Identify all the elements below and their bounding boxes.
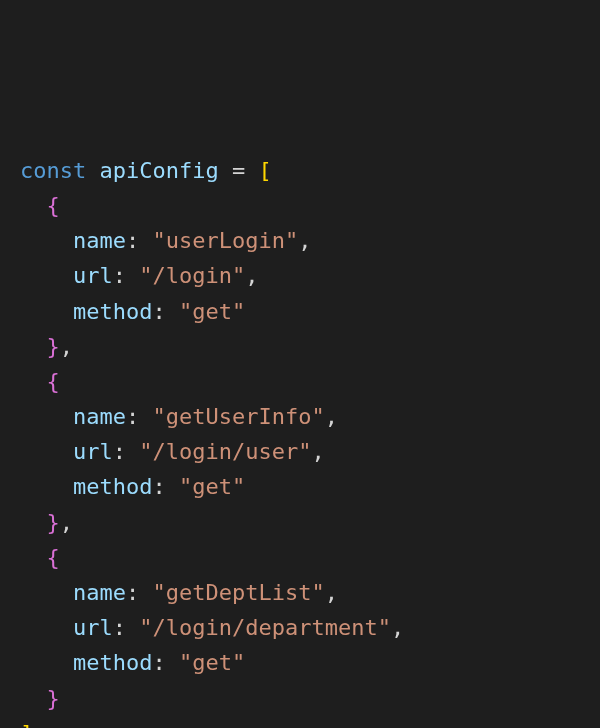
- string-value: "get": [179, 650, 245, 675]
- brace-open: {: [47, 193, 60, 218]
- colon: :: [126, 228, 139, 253]
- string-value: "/login/department": [139, 615, 391, 640]
- prop-url-key: url: [73, 263, 113, 288]
- comma: ,: [325, 580, 338, 605]
- brace-close: }: [47, 510, 60, 535]
- string-value: "get": [179, 474, 245, 499]
- comma: ,: [391, 615, 404, 640]
- prop-method-key: method: [73, 474, 152, 499]
- string-value: "getDeptList": [152, 580, 324, 605]
- bracket-square-open: [: [258, 158, 271, 183]
- colon: :: [152, 650, 165, 675]
- comma: ,: [298, 228, 311, 253]
- brace-open: {: [47, 369, 60, 394]
- string-value: "get": [179, 299, 245, 324]
- colon: :: [113, 615, 126, 640]
- operator-assign: =: [232, 158, 245, 183]
- comma: ,: [60, 510, 73, 535]
- string-value: "/login": [139, 263, 245, 288]
- string-value: "getUserInfo": [152, 404, 324, 429]
- colon: :: [113, 439, 126, 464]
- code-block: const apiConfig = [ { name: "userLogin",…: [20, 153, 580, 728]
- comma: ,: [245, 263, 258, 288]
- colon: :: [152, 474, 165, 499]
- colon: :: [152, 299, 165, 324]
- prop-method-key: method: [73, 299, 152, 324]
- keyword-const: const: [20, 158, 86, 183]
- prop-name-key: name: [73, 580, 126, 605]
- prop-name-key: name: [73, 228, 126, 253]
- prop-url-key: url: [73, 439, 113, 464]
- semicolon: ;: [33, 721, 46, 728]
- variable-name: apiConfig: [99, 158, 218, 183]
- prop-name-key: name: [73, 404, 126, 429]
- colon: :: [126, 404, 139, 429]
- string-value: "/login/user": [139, 439, 311, 464]
- comma: ,: [325, 404, 338, 429]
- prop-method-key: method: [73, 650, 152, 675]
- brace-close: }: [47, 334, 60, 359]
- comma: ,: [60, 334, 73, 359]
- brace-open: {: [47, 545, 60, 570]
- comma: ,: [311, 439, 324, 464]
- brace-close: }: [47, 686, 60, 711]
- colon: :: [113, 263, 126, 288]
- colon: :: [126, 580, 139, 605]
- bracket-square-close: ]: [20, 721, 33, 728]
- prop-url-key: url: [73, 615, 113, 640]
- string-value: "userLogin": [152, 228, 298, 253]
